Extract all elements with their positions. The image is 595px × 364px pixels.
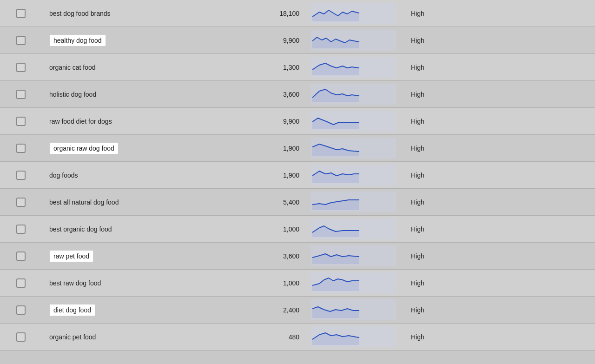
- keyword-label[interactable]: diet dog food: [49, 304, 95, 316]
- checkbox-cell: [0, 63, 42, 72]
- keyword-label: raw food diet for dogs: [49, 118, 112, 125]
- table-row: diet dog food2,400High: [0, 297, 595, 324]
- trend-sparkline: [312, 112, 363, 129]
- trend-sparkline: [312, 139, 363, 156]
- trend-cell: [307, 28, 400, 53]
- row-checkbox[interactable]: [16, 36, 26, 45]
- table-row: best organic dog food1,000High: [0, 216, 595, 243]
- trend-sparkline: [312, 219, 363, 237]
- trend-cell: [307, 55, 400, 79]
- volume-cell: 18,100: [223, 6, 307, 21]
- volume-cell: 3,600: [223, 87, 307, 102]
- competition-cell: High: [400, 303, 535, 318]
- row-checkbox[interactable]: [16, 144, 26, 153]
- trend-cell: [307, 109, 400, 133]
- trend-sparkline: [312, 165, 363, 183]
- row-checkbox[interactable]: [16, 63, 26, 72]
- keyword-label: best organic dog food: [49, 225, 112, 233]
- volume-cell: 9,900: [223, 114, 307, 129]
- checkbox-cell: [0, 251, 42, 261]
- table-row: raw food diet for dogs9,900High: [0, 108, 595, 135]
- row-checkbox[interactable]: [16, 90, 26, 99]
- row-checkbox[interactable]: [16, 251, 26, 261]
- row-checkbox[interactable]: [16, 332, 26, 342]
- keyword-cell: healthy dog food: [42, 31, 223, 50]
- row-checkbox[interactable]: [16, 278, 26, 288]
- checkbox-cell: [0, 278, 42, 288]
- volume-cell: 1,300: [223, 60, 307, 75]
- competition-cell: High: [400, 330, 535, 344]
- row-checkbox[interactable]: [16, 9, 26, 18]
- trend-cell: [307, 82, 400, 106]
- keyword-label[interactable]: healthy dog food: [49, 34, 106, 46]
- svg-marker-5: [312, 144, 359, 156]
- volume-cell: 2,400: [223, 303, 307, 318]
- keyword-cell: organic cat food: [42, 60, 223, 75]
- keyword-label: organic pet food: [49, 333, 96, 341]
- trend-chart: [311, 111, 396, 132]
- trend-cell: [307, 298, 400, 322]
- trend-sparkline: [312, 246, 363, 264]
- trend-chart: [311, 299, 396, 320]
- table-row: best raw dog food1,000High: [0, 270, 595, 297]
- trend-chart: [311, 272, 396, 293]
- competition-cell: High: [400, 168, 535, 183]
- table-row: holistic dog food3,600High: [0, 81, 595, 108]
- trend-chart: [311, 138, 396, 159]
- keyword-cell: raw food diet for dogs: [42, 114, 223, 129]
- keyword-cell: organic pet food: [42, 330, 223, 344]
- keyword-label[interactable]: organic raw dog food: [49, 142, 119, 154]
- table-row: organic cat food1,300High: [0, 54, 595, 81]
- volume-cell: 1,900: [223, 141, 307, 156]
- trend-cell: [307, 324, 400, 349]
- table-row: best dog food brands18,100High: [0, 0, 595, 27]
- table-row: dog foods1,900High: [0, 162, 595, 189]
- checkbox-cell: [0, 305, 42, 315]
- trend-sparkline: [312, 192, 363, 210]
- trend-chart: [311, 30, 396, 51]
- checkbox-cell: [0, 198, 42, 207]
- table-row: healthy dog food9,900High: [0, 27, 595, 54]
- checkbox-cell: [0, 225, 42, 234]
- trend-sparkline: [312, 31, 363, 48]
- svg-marker-6: [312, 171, 359, 183]
- checkbox-cell: [0, 9, 42, 18]
- svg-marker-7: [312, 200, 359, 210]
- keyword-cell: best raw dog food: [42, 276, 223, 291]
- trend-chart: [311, 165, 396, 185]
- keyword-cell: organic raw dog food: [42, 139, 223, 158]
- keyword-label: organic cat food: [49, 64, 96, 71]
- competition-cell: High: [400, 195, 535, 210]
- volume-cell: 9,900: [223, 33, 307, 48]
- checkbox-cell: [0, 332, 42, 342]
- trend-chart: [311, 218, 396, 239]
- table-row: organic pet food480High: [0, 324, 595, 351]
- keyword-cell: holistic dog food: [42, 87, 223, 102]
- keyword-label: dog foods: [49, 172, 78, 179]
- trend-cell: [307, 217, 400, 241]
- row-checkbox[interactable]: [16, 171, 26, 180]
- trend-cell: [307, 271, 400, 295]
- row-checkbox[interactable]: [16, 305, 26, 315]
- trend-chart: [311, 326, 396, 347]
- trend-chart: [311, 245, 396, 266]
- trend-cell: [307, 136, 400, 160]
- row-checkbox[interactable]: [16, 117, 26, 126]
- keyword-cell: raw pet food: [42, 246, 223, 266]
- row-checkbox[interactable]: [16, 225, 26, 234]
- keyword-label[interactable]: raw pet food: [49, 250, 93, 262]
- volume-cell: 5,400: [223, 195, 307, 210]
- keyword-cell: best all natural dog food: [42, 195, 223, 210]
- trend-sparkline: [312, 300, 363, 318]
- competition-cell: High: [400, 6, 535, 21]
- volume-cell: 480: [223, 330, 307, 344]
- keyword-cell: best organic dog food: [42, 222, 223, 237]
- competition-cell: High: [400, 114, 535, 129]
- row-checkbox[interactable]: [16, 198, 26, 207]
- checkbox-cell: [0, 144, 42, 153]
- trend-chart: [311, 192, 396, 212]
- competition-cell: High: [400, 276, 535, 291]
- keyword-label: holistic dog food: [49, 91, 96, 98]
- competition-cell: High: [400, 249, 535, 264]
- volume-cell: 1,000: [223, 222, 307, 237]
